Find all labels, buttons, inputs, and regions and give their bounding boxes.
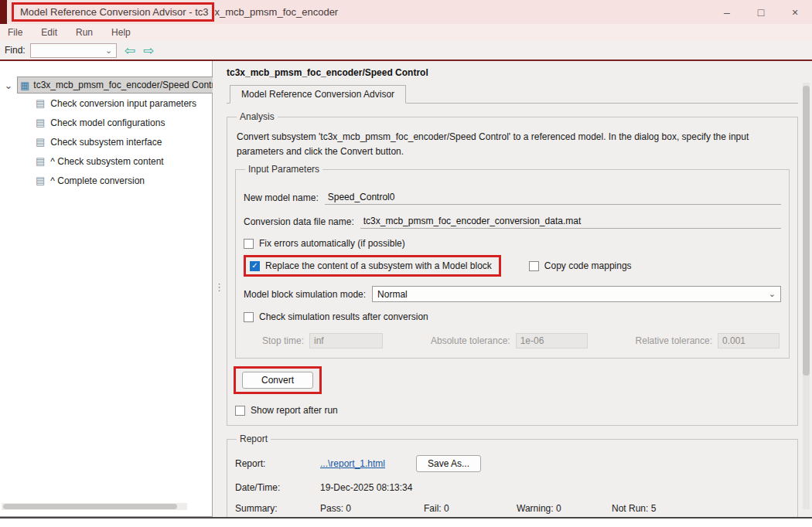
tree-item-model-configurations[interactable]: ▤ Check model configurations xyxy=(0,113,212,132)
tree-item-label: Check subsystem interface xyxy=(50,137,162,148)
sim-mode-dropdown[interactable]: Normal ⌄ xyxy=(372,286,781,302)
find-combobox[interactable]: ⌄ xyxy=(30,43,117,58)
copy-code-label: Copy code mappings xyxy=(544,260,632,271)
tree-item-subsystem-content[interactable]: ▤ ^ Check subsystem content xyxy=(0,151,212,171)
chevron-down-icon[interactable]: ⌄ xyxy=(104,46,114,56)
tab-model-reference-conversion-advisor[interactable]: Model Reference Conversion Advisor xyxy=(230,85,406,104)
abs-tolerance-pair: Absolute tolerance: xyxy=(431,333,588,348)
analysis-description: Convert subsystem 'tc3x_mcb_pmsm_foc_enc… xyxy=(237,130,788,159)
vertical-scrollbar-thumb[interactable] xyxy=(803,86,810,376)
tree-item-label: ^ Complete conversion xyxy=(50,175,145,186)
show-report-label: Show report after run xyxy=(251,405,338,416)
report-icon: ▤ xyxy=(36,97,45,109)
tree-collapse-icon[interactable]: ⌄ xyxy=(0,80,17,91)
show-report-checkbox[interactable] xyxy=(235,406,245,416)
sim-mode-value: Normal xyxy=(377,289,408,300)
summary-not-run: Not Run: 5 xyxy=(612,503,656,514)
tree-root-label: tc3x_mcb_pmsm_foc_encoder/Speed Control xyxy=(33,80,221,90)
check-sim-checkbox[interactable] xyxy=(244,312,254,322)
tree-root-row[interactable]: ⌄ ▦ tc3x_mcb_pmsm_foc_encoder/Speed Cont… xyxy=(0,76,212,94)
datetime-label: Date/Time: xyxy=(235,482,320,493)
rel-tolerance-pair: Relative tolerance: xyxy=(636,333,780,348)
summary-warning: Warning: 0 xyxy=(517,503,612,514)
sim-mode-row: Model block simulation mode: Normal ⌄ xyxy=(244,286,781,302)
report-icon: ▤ xyxy=(36,155,45,167)
find-input[interactable] xyxy=(31,45,104,56)
chevron-down-icon: ⌄ xyxy=(769,289,776,299)
menu-run[interactable]: Run xyxy=(74,26,94,39)
convert-button[interactable]: Convert xyxy=(242,372,313,389)
tree-item-complete-conversion[interactable]: ▤ ^ Complete conversion xyxy=(0,171,212,190)
annotation-box-replace-checkbox: ✓ Replace the content of a subsystem wit… xyxy=(244,255,501,277)
replace-content-label: Replace the content of a subsystem with … xyxy=(265,260,492,271)
find-bar: Find: ⌄ ⇦ ⇨ xyxy=(0,41,812,60)
menu-file[interactable]: File xyxy=(6,26,24,39)
report-group: Report Report: ...\report_1.html Save As… xyxy=(227,434,798,517)
annotation-box-convert: Convert xyxy=(234,366,322,394)
window-title-rest: x_mcb_pmsm_foc_encoder xyxy=(215,6,339,18)
find-label: Find: xyxy=(5,45,26,56)
copy-code-checkbox[interactable] xyxy=(529,261,539,271)
sim-mode-label: Model block simulation mode: xyxy=(244,289,366,300)
rel-tolerance-label: Relative tolerance: xyxy=(636,335,712,346)
tree-item-input-parameters[interactable]: ▤ Check conversion input parameters xyxy=(0,94,212,113)
fix-errors-label: Fix errors automatically (if possible) xyxy=(259,238,405,249)
tree-horizontal-scrollbar[interactable] xyxy=(2,503,187,510)
tree-scrollbar-thumb[interactable] xyxy=(3,504,177,509)
app-icon xyxy=(0,0,7,24)
content-area: ⌄ ▦ tc3x_mcb_pmsm_foc_encoder/Speed Cont… xyxy=(0,61,812,517)
annotation-box-title: Model Reference Conversion Advisor - tc3 xyxy=(12,2,214,22)
new-model-name-label: New model name: xyxy=(244,192,319,203)
minimize-icon[interactable]: – xyxy=(710,0,744,24)
menu-edit[interactable]: Edit xyxy=(39,26,59,39)
advisor-window: Model Reference Conversion Advisor - tc3… xyxy=(0,0,812,518)
tree-item-subsystem-interface[interactable]: ▤ Check subsystem interface xyxy=(0,132,212,151)
tolerance-row: Stop time: Absolute tolerance: Relative … xyxy=(244,333,781,348)
tree-root-selected[interactable]: ▦ tc3x_mcb_pmsm_foc_encoder/Speed Contro… xyxy=(17,76,223,94)
menu-bar: File Edit Run Help xyxy=(0,24,812,41)
input-parameters-legend: Input Parameters xyxy=(245,164,322,175)
tree-item-label: ^ Check subsystem content xyxy=(50,156,163,167)
maximize-icon[interactable]: □ xyxy=(744,0,778,24)
replace-content-row: ✓ Replace the content of a subsystem wit… xyxy=(244,255,781,277)
stop-time-pair: Stop time: xyxy=(262,333,383,348)
tab-bar: Model Reference Conversion Advisor xyxy=(227,85,798,104)
conversion-file-label: Conversion data file name: xyxy=(244,216,354,227)
input-parameters-group: Input Parameters New model name: Convers… xyxy=(235,164,790,359)
report-link-cell: ...\report_1.html xyxy=(320,458,416,469)
show-report-row: Show report after run xyxy=(235,405,790,416)
vertical-scrollbar[interactable] xyxy=(803,83,810,509)
replace-content-checkbox[interactable]: ✓ xyxy=(250,261,260,271)
check-tree-panel: ⌄ ▦ tc3x_mcb_pmsm_foc_encoder/Speed Cont… xyxy=(0,61,213,517)
abs-tolerance-field xyxy=(516,333,588,348)
tree-item-label: Check model configurations xyxy=(50,117,165,128)
save-as-button[interactable]: Save As... xyxy=(416,455,481,472)
report-link[interactable]: ...\report_1.html xyxy=(320,458,385,469)
report-datetime-row: Date/Time: 19-Dec-2025 08:13:34 xyxy=(235,482,790,493)
report-icon: ▤ xyxy=(36,175,45,186)
forward-arrow-icon[interactable]: ⇨ xyxy=(143,44,154,57)
new-model-name-row: New model name: xyxy=(244,190,781,205)
stop-time-label: Stop time: xyxy=(262,335,304,346)
summary-label: Summary: xyxy=(235,503,320,514)
check-icon: ✓ xyxy=(251,262,258,270)
check-sim-label: Check simulation results after conversio… xyxy=(259,311,428,322)
analysis-legend: Analysis xyxy=(237,111,278,122)
new-model-name-field[interactable] xyxy=(325,190,781,205)
fix-errors-row: Fix errors automatically (if possible) xyxy=(244,238,781,249)
window-title: Model Reference Conversion Advisor - tc3 xyxy=(20,6,209,18)
tree-item-label: Check conversion input parameters xyxy=(50,98,196,109)
window-controls: – □ × xyxy=(710,0,812,24)
page-title: tc3x_mcb_pmsm_foc_encoder/Speed Control xyxy=(227,67,798,78)
model-icon: ▦ xyxy=(20,80,29,91)
analysis-group: Analysis Convert subsystem 'tc3x_mcb_pms… xyxy=(227,111,798,426)
main-panel: tc3x_mcb_pmsm_foc_encoder/Speed Control … xyxy=(220,61,812,517)
panel-splitter[interactable]: ⋮ xyxy=(213,61,220,517)
menu-help[interactable]: Help xyxy=(110,26,132,39)
copy-code-mappings: Copy code mappings xyxy=(529,260,632,271)
conversion-file-field[interactable] xyxy=(360,214,781,229)
fix-errors-checkbox[interactable] xyxy=(244,239,254,249)
back-arrow-icon[interactable]: ⇦ xyxy=(125,44,135,57)
report-legend: Report xyxy=(237,434,271,444)
close-icon[interactable]: × xyxy=(778,0,812,24)
